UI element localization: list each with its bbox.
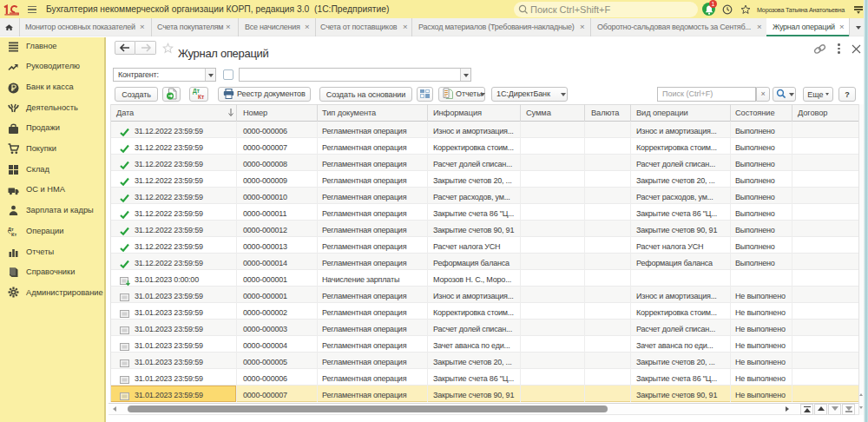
svg-text:Кт: Кт <box>11 232 16 237</box>
svg-text:Дт: Дт <box>8 227 14 232</box>
